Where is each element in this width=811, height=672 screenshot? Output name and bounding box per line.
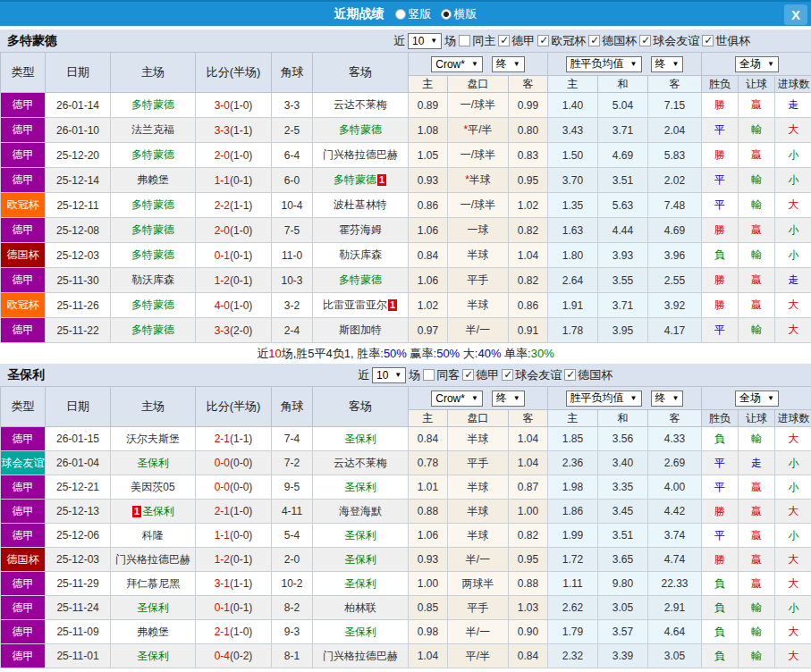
fulltime-score: 1-2 bbox=[215, 553, 230, 566]
close-icon[interactable]: X bbox=[784, 4, 807, 25]
checkbox-icon[interactable] bbox=[588, 35, 600, 46]
league-checkbox[interactable]: 球会友谊 bbox=[639, 33, 699, 49]
checkbox-icon[interactable] bbox=[702, 35, 714, 46]
league-checkbox[interactable]: 世俱杯 bbox=[702, 33, 750, 49]
matches-table: 类型 日期 主场 比分(半场) 角球 客场 Crow*▼ 终▼ 胜平负均值▼ 终… bbox=[0, 52, 811, 343]
avg-home: 1.86 bbox=[548, 500, 598, 524]
select-value: 10 bbox=[412, 35, 424, 47]
away-team: 云达不莱梅 bbox=[313, 451, 409, 475]
league-checkbox[interactable]: 德国杯 bbox=[564, 367, 612, 383]
checkbox-icon[interactable] bbox=[537, 35, 549, 46]
away-team: 门兴格拉德巴赫 bbox=[313, 644, 409, 668]
same-side-checkbox[interactable]: 同主 bbox=[459, 33, 495, 49]
match-score: 0-1(0-1) bbox=[196, 243, 272, 268]
team-label: 门兴格拉德巴赫 bbox=[323, 650, 398, 662]
recent-count-select[interactable]: 10▼ bbox=[372, 367, 406, 383]
fulltime-score: 0-1 bbox=[215, 601, 230, 614]
checkbox-icon[interactable] bbox=[639, 35, 651, 46]
checkbox-icon[interactable] bbox=[498, 35, 510, 46]
avg-stage-select[interactable]: 终▼ bbox=[651, 391, 684, 407]
result-handicap: 贏 bbox=[739, 500, 775, 524]
match-row: 德甲25-12-21美因茨050-0(0-0)9-5圣保利1.01半球0.871… bbox=[1, 475, 811, 500]
col-odds-home: 主 bbox=[409, 76, 448, 93]
league-checkbox[interactable]: 德甲 bbox=[498, 33, 535, 49]
handicap-label: 平手 bbox=[468, 273, 489, 286]
avg-odds-select[interactable]: 胜平负均值▼ bbox=[566, 56, 642, 72]
odds-stage-select[interactable]: 终▼ bbox=[492, 56, 525, 72]
bookmaker-select[interactable]: Crow*▼ bbox=[431, 56, 483, 72]
radio-icon-checked[interactable] bbox=[441, 9, 452, 20]
home-team: 多特蒙德 bbox=[111, 143, 196, 168]
odds-away: 0.86 bbox=[509, 293, 548, 318]
same-side-checkbox[interactable]: 同客 bbox=[423, 367, 460, 383]
team-label: 圣保利 bbox=[344, 577, 376, 590]
avg-away: 4.33 bbox=[648, 427, 702, 451]
result-wdl: 平 bbox=[702, 318, 739, 343]
col-result-goals: 进球数 bbox=[775, 76, 811, 93]
avg-home: 2.36 bbox=[548, 451, 598, 475]
avg-odds-select[interactable]: 胜平负均值▼ bbox=[566, 391, 642, 407]
checkbox-icon[interactable] bbox=[459, 35, 470, 46]
chevron-down-icon: ▼ bbox=[513, 60, 520, 68]
league-checkbox[interactable]: 德国杯 bbox=[588, 33, 637, 49]
recent-count-select[interactable]: 10▼ bbox=[408, 33, 442, 49]
away-team: 斯图加特 bbox=[313, 318, 409, 343]
team-label: 多特蒙德 bbox=[131, 198, 174, 211]
handicap: 半球 bbox=[448, 524, 509, 548]
result-handicap: 贏 bbox=[739, 143, 775, 168]
col-home: 主场 bbox=[111, 53, 196, 93]
match-score: 1-1(0-0) bbox=[196, 524, 272, 548]
fullmatch-select[interactable]: 全场▼ bbox=[735, 56, 779, 72]
away-team: 圣保利 bbox=[313, 548, 409, 572]
checkbox-icon[interactable] bbox=[423, 369, 435, 381]
result-wdl: 負 bbox=[702, 596, 739, 620]
col-avg-away: 客 bbox=[648, 76, 702, 93]
away-team: 比雷亚雷亚尔1 bbox=[313, 293, 409, 318]
home-team: 弗赖堡 bbox=[111, 168, 196, 193]
checkbox-icon[interactable] bbox=[462, 369, 474, 381]
result-handicap: 輸 bbox=[739, 118, 775, 143]
odds-home: 1.04 bbox=[409, 644, 448, 668]
summary-segment: 赢率: bbox=[407, 347, 436, 360]
checkbox-icon[interactable] bbox=[502, 369, 513, 381]
avg-draw: 3.51 bbox=[598, 524, 648, 548]
odds-away: 0.80 bbox=[509, 118, 548, 143]
odds-stage-select[interactable]: 终▼ bbox=[492, 391, 525, 407]
match-score: 2-1(1-0) bbox=[196, 500, 272, 524]
avg-draw: 3.93 bbox=[598, 243, 648, 268]
league-checkbox[interactable]: 德甲 bbox=[462, 367, 499, 383]
checkbox-label: 球会友谊 bbox=[515, 367, 562, 383]
odds-away: 0.88 bbox=[509, 572, 548, 596]
corner-score: 9-3 bbox=[272, 620, 313, 644]
col-home: 主场 bbox=[111, 387, 196, 427]
halftime-score: (1-0) bbox=[230, 505, 252, 517]
home-team: 法兰克福 bbox=[111, 118, 196, 143]
fullmatch-select[interactable]: 全场▼ bbox=[735, 391, 779, 407]
match-score: 1-1(0-1) bbox=[196, 168, 272, 193]
team-label: 多特蒙德 bbox=[339, 273, 382, 286]
bookmaker-select[interactable]: Crow*▼ bbox=[431, 391, 483, 407]
avg-draw: 3.56 bbox=[598, 427, 648, 451]
col-corner: 角球 bbox=[272, 387, 313, 427]
col-handicap: 盘口 bbox=[448, 410, 509, 427]
league-checkbox[interactable]: 球会友谊 bbox=[502, 367, 562, 383]
home-team: 多特蒙德 bbox=[111, 93, 196, 118]
avg-away: 4.69 bbox=[648, 218, 702, 243]
games-label: 场 bbox=[444, 33, 456, 49]
home-team: 沃尔夫斯堡 bbox=[111, 427, 196, 451]
odds-home: 1.06 bbox=[409, 218, 448, 243]
team-flag-badge: 1 bbox=[377, 174, 386, 186]
match-row: 球会友谊26-01-04圣保利0-0(0-0)7-2云达不莱梅0.78平手1.0… bbox=[1, 451, 811, 475]
summary-segment: 50% bbox=[436, 347, 460, 360]
match-row: 德甲25-12-14弗赖堡1-1(0-1)6-0多特蒙德10.93*半球0.95… bbox=[1, 168, 811, 193]
checkbox-icon[interactable] bbox=[564, 369, 576, 381]
match-row: 德国杯25-12-03门兴格拉德巴赫1-2(0-1)2-0圣保利0.93半/一0… bbox=[1, 548, 811, 572]
radio-icon[interactable] bbox=[395, 9, 406, 20]
league-checkbox[interactable]: 欧冠杯 bbox=[537, 33, 586, 49]
avg-stage-select[interactable]: 终▼ bbox=[651, 56, 684, 72]
odds-away: 0.82 bbox=[509, 268, 548, 293]
layout-radio-vertical[interactable]: 竖版 bbox=[395, 6, 432, 22]
layout-radio-horizontal[interactable]: 横版 bbox=[441, 6, 477, 22]
match-type-badge: 德甲 bbox=[1, 596, 46, 620]
handicap-label: 一/球半 bbox=[460, 198, 495, 211]
